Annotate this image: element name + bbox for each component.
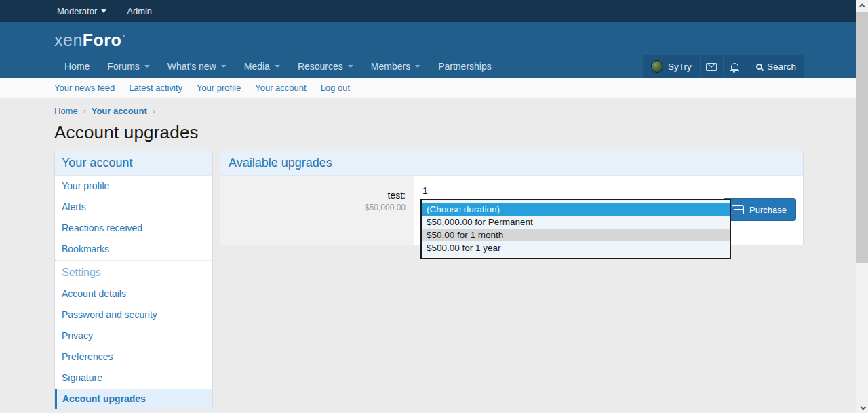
subnav-log-out[interactable]: Log out	[321, 83, 350, 93]
chevron-down-icon	[221, 65, 226, 68]
main-navigation: Home Forums What's new Media Resources M…	[56, 55, 500, 78]
logo-part-2: Foro	[83, 31, 122, 50]
account-subnav: Your news feed Latest activity Your prof…	[0, 78, 856, 98]
sidebar-item-account-upgrades[interactable]: Account upgrades	[55, 389, 212, 409]
logo-part-1: xen	[54, 31, 83, 50]
sidebar-item-alerts[interactable]: Alerts	[55, 197, 212, 218]
duration-select-dropdown: (Choose duration) $50,000.00 for Permane…	[420, 199, 731, 259]
sidebar-header: Your account	[55, 151, 212, 176]
duration-option-1-year[interactable]: $500.00 for 1 year	[422, 241, 730, 254]
nav-label: Members	[371, 61, 410, 72]
sidebar-item-bookmarks[interactable]: Bookmarks	[55, 239, 212, 260]
nav-label: Media	[244, 61, 270, 72]
panel-title: Available upgrades	[220, 151, 803, 176]
scroll-down-icon	[860, 404, 865, 410]
breadcrumb-home[interactable]: Home	[54, 106, 78, 116]
scroll-up-icon	[859, 3, 865, 9]
scrollbar-thumb[interactable]	[856, 12, 868, 263]
scroll-down-button[interactable]	[856, 401, 868, 413]
chevron-down-icon	[101, 9, 106, 13]
breadcrumb-your-account[interactable]: Your account	[92, 106, 147, 116]
upgrade-row: test: $50,000.00 1 (Choose duration) $50…	[220, 176, 803, 245]
available-upgrades-panel: Available upgrades test: $50,000.00 1 (C…	[220, 151, 804, 245]
nav-item-home[interactable]: Home	[56, 55, 98, 78]
nav-item-members[interactable]: Members	[362, 55, 429, 78]
chevron-down-icon	[348, 65, 353, 68]
sidebar-item-your-profile[interactable]: Your profile	[55, 176, 212, 197]
search-icon	[756, 64, 762, 70]
subnav-your-account[interactable]: Your account	[255, 83, 306, 93]
purchase-button[interactable]: Purchase	[722, 198, 796, 221]
nav-label: Forums	[107, 61, 139, 72]
moderator-menu-label: Moderator	[57, 6, 97, 16]
nav-label: What's new	[167, 61, 216, 72]
alerts-button[interactable]	[723, 55, 746, 78]
moderator-menu[interactable]: Moderator	[57, 6, 106, 16]
avatar[interactable]	[651, 60, 663, 73]
duration-option-permanent[interactable]: $50,000.00 for Permanent	[422, 216, 730, 229]
bell-icon	[731, 63, 738, 70]
logo-trademark-dot	[123, 35, 125, 37]
nav-label: Resources	[298, 61, 343, 72]
page-title: Account upgrades	[54, 122, 199, 143]
nav-item-resources[interactable]: Resources	[289, 55, 362, 78]
admin-link[interactable]: Admin	[127, 6, 152, 16]
subnav-latest-activity[interactable]: Latest activity	[129, 83, 182, 93]
breadcrumb-separator: ›	[83, 106, 86, 116]
search-button-label: Search	[767, 62, 796, 72]
username-link[interactable]: SyTry	[668, 62, 692, 72]
user-account-block: SyTry	[643, 55, 750, 78]
upgrade-quantity: 1	[422, 185, 428, 196]
sidebar-item-account-details[interactable]: Account details	[55, 283, 212, 304]
upgrade-name: test:	[220, 190, 406, 201]
scroll-up-button[interactable]	[856, 0, 868, 12]
subnav-your-news-feed[interactable]: Your news feed	[54, 83, 115, 93]
sidebar-item-password-and-security[interactable]: Password and security	[55, 304, 212, 326]
upgrade-control-cell: 1 (Choose duration) $50,000.00 for Perma…	[414, 176, 803, 245]
upgrade-label-cell: test: $50,000.00	[220, 176, 414, 245]
breadcrumb-separator: ›	[153, 106, 155, 116]
account-sidebar: Your account Your profile Alerts Reactio…	[54, 151, 213, 408]
nav-label: Partnerships	[438, 61, 492, 72]
chevron-down-icon	[415, 65, 420, 68]
sidebar-item-reactions-received[interactable]: Reactions received	[55, 218, 212, 239]
site-logo[interactable]: xenForo	[54, 31, 125, 50]
subnav-your-profile[interactable]: Your profile	[197, 83, 241, 93]
nav-label: Home	[64, 61, 90, 72]
duration-option-choose[interactable]: (Choose duration)	[422, 203, 730, 216]
nav-item-media[interactable]: Media	[235, 55, 289, 78]
sidebar-settings-header: Settings	[55, 261, 212, 283]
sidebar-item-preferences[interactable]: Preferences	[55, 347, 212, 368]
admin-toolbar: Moderator Admin	[0, 0, 856, 22]
vertical-scrollbar[interactable]	[856, 0, 868, 413]
search-button[interactable]: Search	[748, 55, 804, 78]
credit-card-icon	[732, 205, 744, 214]
chevron-down-icon	[275, 65, 280, 68]
admin-link-label: Admin	[127, 6, 152, 16]
duration-option-1-month[interactable]: $50.00 for 1 month	[422, 229, 730, 241]
breadcrumb: Home › Your account ›	[54, 106, 155, 116]
site-header: xenForo Home Forums What's new Media Res…	[0, 22, 856, 78]
nav-item-partnerships[interactable]: Partnerships	[429, 55, 500, 78]
envelope-icon	[706, 63, 717, 71]
inbox-button[interactable]	[700, 55, 723, 78]
purchase-button-label: Purchase	[749, 205, 787, 215]
chevron-down-icon	[144, 65, 150, 68]
upgrade-price: $50,000.00	[220, 203, 406, 212]
nav-item-forums[interactable]: Forums	[98, 55, 158, 78]
nav-item-whats-new[interactable]: What's new	[159, 55, 235, 78]
sidebar-item-signature[interactable]: Signature	[55, 368, 212, 389]
sidebar-item-privacy[interactable]: Privacy	[55, 326, 212, 347]
